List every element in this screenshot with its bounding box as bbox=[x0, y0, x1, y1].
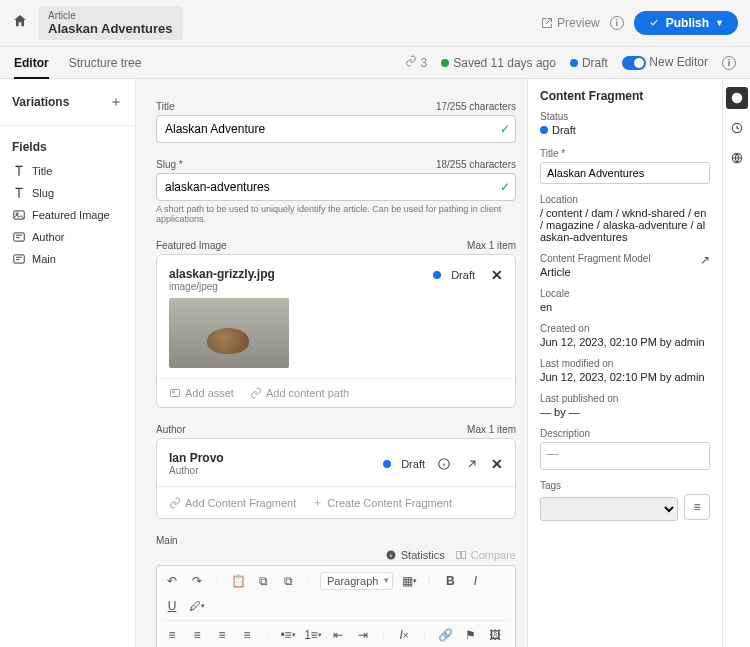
publish-button[interactable]: Publish ▼ bbox=[634, 11, 738, 35]
breadcrumb[interactable]: Article Alaskan Adventures bbox=[38, 6, 183, 40]
align-justify-icon[interactable]: ≡ bbox=[238, 626, 256, 644]
references-count: 3 bbox=[421, 56, 428, 70]
location-value: / content / dam / wknd-shared / en / mag… bbox=[540, 207, 710, 243]
author-status: Draft bbox=[383, 458, 425, 470]
open-icon[interactable] bbox=[463, 455, 481, 473]
editor-tabs: Editor Structure tree bbox=[14, 48, 141, 78]
references-tab-icon[interactable] bbox=[726, 147, 748, 169]
link-icon[interactable]: 🔗 bbox=[436, 626, 454, 644]
main-label: Main bbox=[156, 535, 178, 546]
statistics-button[interactable]: Statistics bbox=[385, 549, 445, 561]
svg-rect-2 bbox=[14, 233, 25, 241]
remove-asset-button[interactable]: ✕ bbox=[491, 267, 503, 283]
status-dot-icon bbox=[383, 460, 391, 468]
remove-author-button[interactable]: ✕ bbox=[491, 456, 503, 472]
right-rail bbox=[722, 79, 750, 647]
sub-right: 3 Saved 11 days ago Draft New Editor i bbox=[405, 55, 736, 70]
properties-heading: Content Fragment bbox=[540, 89, 710, 103]
divider bbox=[0, 125, 147, 126]
image-icon[interactable]: 🖼 bbox=[486, 626, 504, 644]
lastpub-label: Last published on bbox=[540, 393, 710, 404]
breadcrumb-type: Article bbox=[48, 10, 173, 21]
table-icon[interactable]: ▦▾ bbox=[400, 572, 418, 590]
outdent-icon[interactable]: ⇤ bbox=[329, 626, 347, 644]
title-input[interactable] bbox=[156, 115, 516, 143]
right-title-input[interactable] bbox=[540, 162, 710, 184]
author-role: Author bbox=[169, 465, 373, 476]
asset-status: Draft bbox=[433, 269, 475, 281]
add-asset-button[interactable]: Add asset bbox=[169, 387, 234, 399]
checkmark-icon: ✓ bbox=[500, 180, 510, 194]
redo-icon[interactable]: ↷ bbox=[188, 572, 206, 590]
add-variation-button[interactable]: ＋ bbox=[109, 93, 123, 111]
variations-header: Variations ＋ bbox=[0, 87, 135, 117]
description-box[interactable]: — bbox=[540, 442, 710, 470]
description-label: Description bbox=[540, 428, 710, 439]
tab-editor[interactable]: Editor bbox=[14, 48, 49, 78]
text-color-icon[interactable]: 🖊▾ bbox=[188, 597, 206, 615]
copy-icon[interactable]: ⧉ bbox=[254, 572, 272, 590]
top-bar: Article Alaskan Adventures Preview i Pub… bbox=[0, 0, 750, 47]
svg-rect-9 bbox=[461, 552, 465, 559]
properties-tab-icon[interactable] bbox=[726, 87, 748, 109]
history-tab-icon[interactable] bbox=[726, 117, 748, 139]
underline-icon[interactable]: U bbox=[163, 597, 181, 615]
italic-icon[interactable]: I bbox=[466, 572, 484, 590]
new-editor-toggle[interactable]: New Editor bbox=[622, 55, 708, 70]
cut-icon[interactable]: ⧉ bbox=[279, 572, 297, 590]
layout: Variations ＋ Fields Title Slug Featured … bbox=[0, 79, 750, 647]
slug-charcount: 18/255 characters bbox=[436, 159, 516, 170]
tags-label: Tags bbox=[540, 480, 710, 491]
lastpub-value: — by — bbox=[540, 406, 710, 418]
field-author[interactable]: Author bbox=[0, 226, 135, 248]
clear-format-icon[interactable]: I× bbox=[395, 626, 413, 644]
author-label: Author bbox=[156, 424, 185, 435]
model-value: Article bbox=[540, 266, 710, 278]
modified-value: Jun 12, 2023, 02:10 PM by admin bbox=[540, 371, 710, 383]
tags-select[interactable] bbox=[540, 497, 678, 521]
svg-rect-3 bbox=[14, 255, 25, 263]
title-charcount: 17/255 characters bbox=[436, 101, 516, 112]
bold-icon[interactable]: B bbox=[441, 572, 459, 590]
info-icon[interactable]: i bbox=[722, 56, 736, 70]
home-icon[interactable] bbox=[12, 13, 28, 33]
help-icon[interactable]: i bbox=[610, 16, 624, 30]
author-field: Author Max 1 item Ian Provo Author Draft… bbox=[156, 424, 516, 519]
svg-point-5 bbox=[173, 391, 175, 393]
anchor-icon[interactable]: ⚑ bbox=[461, 626, 479, 644]
draft-status: Draft bbox=[570, 56, 608, 70]
add-content-path-button[interactable]: Add content path bbox=[250, 387, 349, 399]
indent-icon[interactable]: ⇥ bbox=[354, 626, 372, 644]
bullet-list-icon[interactable]: •≡▾ bbox=[279, 626, 297, 644]
field-slug[interactable]: Slug bbox=[0, 182, 135, 204]
top-actions: Preview i Publish ▼ bbox=[541, 11, 738, 35]
created-label: Created on bbox=[540, 323, 710, 334]
field-featured-image[interactable]: Featured Image bbox=[0, 204, 135, 226]
field-title[interactable]: Title bbox=[0, 160, 135, 182]
open-external-icon[interactable]: ↗ bbox=[700, 253, 710, 267]
block-format-select[interactable]: Paragraph bbox=[320, 572, 393, 590]
model-label: Content Fragment Model↗ bbox=[540, 253, 710, 264]
preview-link[interactable]: Preview bbox=[541, 16, 600, 30]
ordered-list-icon[interactable]: 1≡▾ bbox=[304, 626, 322, 644]
info-icon[interactable] bbox=[435, 455, 453, 473]
align-center-icon[interactable]: ≡ bbox=[188, 626, 206, 644]
main-field: Main Statistics Compare ↶ ↷ 📋 ⧉ ⧉ bbox=[156, 535, 516, 647]
paste-icon[interactable]: 📋 bbox=[229, 572, 247, 590]
toggle-icon bbox=[622, 56, 646, 70]
author-name: Ian Provo bbox=[169, 451, 373, 465]
add-content-fragment-button[interactable]: Add Content Fragment bbox=[169, 495, 296, 510]
checkmark-icon bbox=[441, 59, 449, 67]
create-content-fragment-button[interactable]: ＋ Create Content Fragment bbox=[312, 495, 452, 510]
slug-input[interactable] bbox=[156, 173, 516, 201]
asset-thumbnail[interactable] bbox=[169, 298, 289, 368]
compare-button[interactable]: Compare bbox=[455, 549, 516, 561]
align-left-icon[interactable]: ≡ bbox=[163, 626, 181, 644]
field-main[interactable]: Main bbox=[0, 248, 135, 270]
locale-label: Locale bbox=[540, 288, 710, 299]
tab-structure-tree[interactable]: Structure tree bbox=[69, 48, 142, 78]
tags-picker-button[interactable]: ≡ bbox=[684, 494, 710, 520]
align-right-icon[interactable]: ≡ bbox=[213, 626, 231, 644]
references-link[interactable]: 3 bbox=[405, 55, 427, 70]
undo-icon[interactable]: ↶ bbox=[163, 572, 181, 590]
